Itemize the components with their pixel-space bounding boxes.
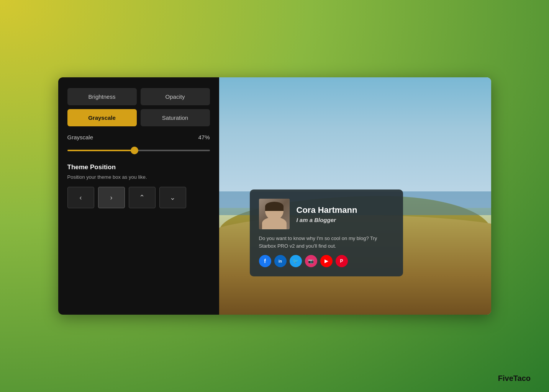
opacity-button[interactable]: Opacity [141,88,210,105]
avatar-placeholder [259,199,290,229]
direction-buttons: ‹ › ⌃ ⌄ [67,187,210,208]
direction-right-button[interactable]: › [98,187,125,208]
grayscale-slider[interactable] [67,150,210,151]
filter-label-row: Grayscale 47% [67,134,210,140]
fivetaco-five: Five [498,374,513,382]
main-container: Brightness Opacity Grayscale Saturation … [58,77,491,315]
pinterest-icon[interactable]: P [336,255,348,267]
twitter-icon[interactable]: 🐦 [290,255,302,267]
right-panel: Cora Hartmann I am a Blogger Do you want… [219,77,491,315]
linkedin-icon[interactable]: in [274,255,287,267]
filter-value-label: 47% [198,134,210,140]
facebook-icon[interactable]: f [259,255,271,267]
profile-avatar [259,199,290,229]
profile-description: Do you want to know why I'm so cool on m… [259,235,394,250]
instagram-icon[interactable]: 📷 [305,255,317,267]
profile-top: Cora Hartmann I am a Blogger [259,199,394,229]
grayscale-button[interactable]: Grayscale [67,109,137,126]
theme-position-desc: Position your theme box as you like. [67,174,210,180]
left-panel: Brightness Opacity Grayscale Saturation … [58,77,219,315]
direction-down-button[interactable]: ⌄ [159,187,186,208]
profile-card: Cora Hartmann I am a Blogger Do you want… [250,189,403,276]
profile-name: Cora Hartmann [297,205,357,215]
filter-button-grid: Brightness Opacity Grayscale Saturation [67,88,210,126]
fivetaco-taco: Taco [513,374,531,382]
filter-name-label: Grayscale [67,134,93,140]
profile-text: Cora Hartmann I am a Blogger [297,205,357,223]
brightness-button[interactable]: Brightness [67,88,137,105]
theme-position-title: Theme Position [67,163,210,171]
direction-left-button[interactable]: ‹ [67,187,94,208]
profile-tagline: I am a Blogger [297,217,357,223]
social-icons: f in 🐦 📷 ▶ P [259,255,394,267]
slider-container [67,146,210,153]
youtube-icon[interactable]: ▶ [320,255,333,267]
direction-up-button[interactable]: ⌃ [129,187,156,208]
fivetaco-branding: FiveTaco [498,374,531,383]
saturation-button[interactable]: Saturation [141,109,210,126]
